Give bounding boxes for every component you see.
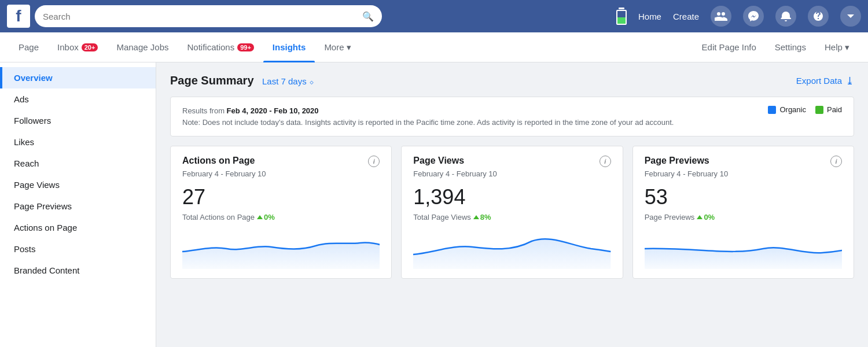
edit-page-info-nav-item[interactable]: Edit Page Info [693,32,766,62]
messenger-icon[interactable] [743,6,764,27]
manage-jobs-nav-item[interactable]: Manage Jobs [107,32,178,62]
export-data-button[interactable]: Export Data ⤓ [796,75,854,87]
organic-dot [768,106,776,114]
sidebar-item-overview[interactable]: Overview [0,67,156,88]
account-dropdown-icon[interactable] [840,6,861,27]
main-layout: Overview Ads Followers Likes Reach Page … [0,62,868,347]
trend-up-icon [697,215,703,219]
page-views-card-info-icon[interactable]: i [599,156,611,167]
actions-trend: 0% [257,213,275,222]
cards-row: Actions on Page i February 4 - February … [170,146,854,279]
notifications-nav-item[interactable]: Notifications 99+ [178,32,263,62]
actions-sparkline [182,228,380,269]
page-previews-card-info-icon[interactable]: i [830,156,842,167]
actions-card-sub: Total Actions on Page 0% [182,213,380,222]
create-link[interactable]: Create [673,12,699,21]
legend-organic: Organic [768,105,806,114]
actions-card-info-icon[interactable]: i [368,156,380,167]
home-link[interactable]: Home [638,12,661,21]
sidebar-item-reach[interactable]: Reach [0,153,156,174]
page-previews-sparkline [645,228,842,269]
actions-on-page-card: Actions on Page i February 4 - February … [170,146,392,279]
sidebar-item-page-previews[interactable]: Page Previews [0,195,156,217]
sidebar-item-likes[interactable]: Likes [0,131,156,153]
help-icon[interactable] [808,6,829,27]
sidebar-item-followers[interactable]: Followers [0,110,156,131]
page-views-card: Page Views i February 4 - February 10 1,… [401,146,623,279]
page-nav-item[interactable]: Page [9,32,48,62]
main-content: Page Summary Last 7 days ⬦ Export Data ⤓… [156,62,868,347]
actions-card-date: February 4 - February 10 [182,169,380,178]
page-previews-card-value: 53 [645,185,842,209]
page-views-trend: 8% [473,213,491,222]
facebook-logo[interactable]: f [7,5,30,28]
trend-up-icon [473,215,479,219]
page-previews-card: Page Previews i February 4 - February 10… [632,146,854,279]
legend: Organic Paid [768,105,842,114]
date-filter-button[interactable]: Last 7 days ⬦ [262,76,314,86]
page-previews-card-sub: Page Previews 0% [645,213,842,222]
info-box-text: Results from Feb 4, 2020 - Feb 10, 2020 … [182,105,674,128]
help-nav-item[interactable]: Help ▾ [815,32,859,62]
search-bar-container: 🔍 [35,5,382,27]
search-icon: 🔍 [362,11,374,22]
page-summary-header: Page Summary Last 7 days ⬦ Export Data ⤓ [170,74,854,87]
legend-paid: Paid [815,105,842,114]
more-nav-item[interactable]: More ▾ [315,32,360,62]
inbox-nav-item[interactable]: Inbox 20+ [48,32,107,62]
page-views-card-sub: Total Page Views 8% [413,213,610,222]
notifications-badge: 99+ [237,43,254,51]
page-previews-card-title: Page Previews [645,156,709,166]
page-previews-trend: 0% [697,213,715,222]
sidebar: Overview Ads Followers Likes Reach Page … [0,62,156,347]
top-nav-right: Home Create [616,6,861,27]
actions-card-value: 27 [182,185,380,209]
inbox-badge: 20+ [82,43,98,51]
sub-navigation: Page Inbox 20+ Manage Jobs Notifications… [0,32,868,62]
page-previews-card-date: February 4 - February 10 [645,169,842,178]
paid-dot [815,106,823,114]
sidebar-item-branded-content[interactable]: Branded Content [0,260,156,281]
page-views-card-value: 1,394 [413,185,610,209]
page-views-card-date: February 4 - February 10 [413,169,610,178]
trend-up-icon [257,215,263,219]
settings-nav-item[interactable]: Settings [766,32,815,62]
page-views-sparkline [413,228,610,269]
page-summary-title: Page Summary [170,74,254,87]
date-range: Feb 4, 2020 - Feb 10, 2020 [227,106,319,115]
battery-icon [616,8,627,25]
sidebar-item-actions-on-page[interactable]: Actions on Page [0,217,156,238]
info-box: Results from Feb 4, 2020 - Feb 10, 2020 … [170,97,854,136]
actions-card-title: Actions on Page [182,156,255,166]
page-views-card-title: Page Views [413,156,464,166]
top-navigation: f 🔍 Home Create [0,0,868,32]
sidebar-item-page-views[interactable]: Page Views [0,174,156,195]
info-note: Note: Does not include today's data. Ins… [182,118,674,127]
sub-nav-right: Edit Page Info Settings Help ▾ [693,32,859,62]
notifications-icon[interactable] [775,6,796,27]
sidebar-item-posts[interactable]: Posts [0,238,156,260]
friends-icon[interactable] [711,6,731,27]
insights-nav-item[interactable]: Insights [263,32,315,62]
sidebar-item-ads[interactable]: Ads [0,88,156,110]
search-input[interactable] [43,12,358,21]
